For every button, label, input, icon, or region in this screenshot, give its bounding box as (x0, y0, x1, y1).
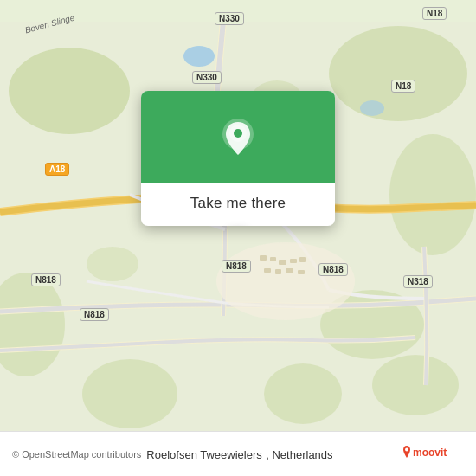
svg-rect-16 (270, 257, 276, 261)
road-label-n18-right: N18 (391, 80, 415, 93)
svg-rect-15 (260, 255, 267, 261)
location-info: Roelofsen Tweewielers , Netherlands (146, 447, 332, 462)
svg-point-13 (360, 100, 384, 116)
svg-point-14 (216, 242, 355, 320)
location-popup: Take me there (141, 91, 335, 226)
svg-rect-19 (299, 257, 306, 262)
svg-point-12 (183, 46, 215, 67)
map-pin-icon (215, 115, 261, 162)
attribution-text: © OpenStreetMap contributors (12, 449, 141, 460)
popup-green-header (141, 91, 335, 183)
svg-point-26 (234, 129, 242, 138)
road-label-n818-mid: N818 (222, 260, 251, 273)
road-label-n818-left2: N818 (80, 308, 109, 321)
svg-rect-17 (279, 260, 286, 265)
road-label-a18: A18 (45, 163, 69, 176)
moovit-logo: moovit (403, 442, 464, 466)
road-label-n318: N318 (403, 275, 433, 288)
road-label-n330-mid: N330 (192, 71, 222, 84)
svg-text:moovit: moovit (413, 447, 447, 459)
svg-rect-20 (264, 268, 271, 273)
svg-rect-18 (290, 259, 297, 263)
svg-point-10 (87, 247, 138, 281)
road-label-n818-left: N818 (31, 273, 61, 286)
svg-point-27 (405, 447, 408, 451)
bottom-bar: © OpenStreetMap contributors Roelofsen T… (0, 431, 476, 476)
svg-point-3 (389, 134, 476, 255)
svg-rect-21 (275, 269, 281, 274)
location-country-name: Netherlands (272, 448, 332, 461)
popup-button-section[interactable]: Take me there (141, 183, 335, 226)
take-me-there-button[interactable]: Take me there (190, 195, 286, 212)
svg-point-11 (372, 355, 459, 415)
road-label-n330-top: N330 (215, 12, 244, 25)
svg-point-7 (264, 363, 342, 424)
moovit-logo-svg: moovit (403, 442, 464, 466)
location-name: Roelofsen Tweewielers (146, 448, 261, 461)
svg-point-1 (9, 48, 130, 134)
road-label-n818-right: N818 (318, 263, 348, 276)
map-container: Boven Slinge N330 N330 N18 N18 A18 N818 … (0, 0, 476, 476)
svg-point-2 (329, 26, 467, 121)
svg-point-6 (82, 359, 177, 428)
svg-rect-23 (298, 270, 305, 274)
road-label-n18-top-right: N18 (422, 7, 447, 20)
svg-rect-22 (286, 268, 293, 273)
